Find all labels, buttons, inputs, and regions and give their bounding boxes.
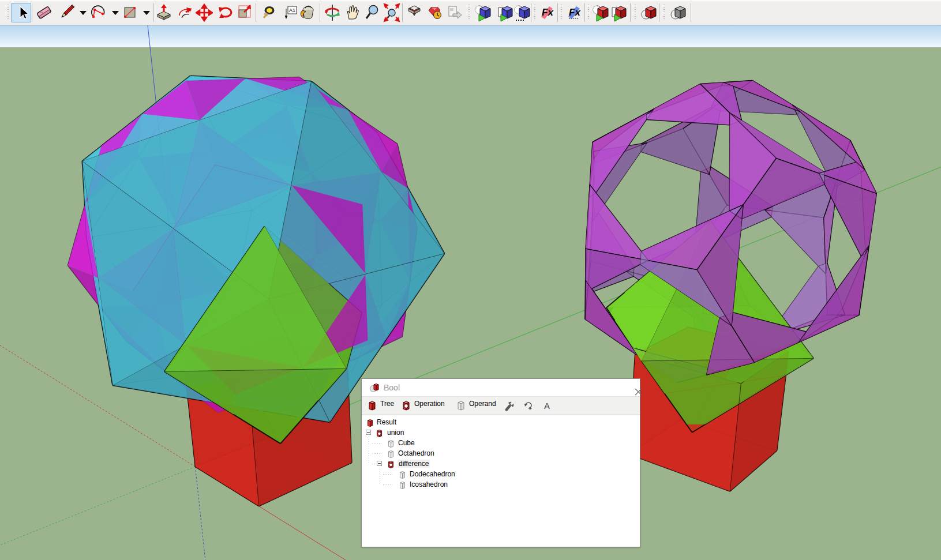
svg-text:Fx: Fx [569, 7, 581, 18]
svg-text:Fx: Fx [542, 7, 554, 18]
svg-text:A1: A1 [289, 7, 295, 13]
